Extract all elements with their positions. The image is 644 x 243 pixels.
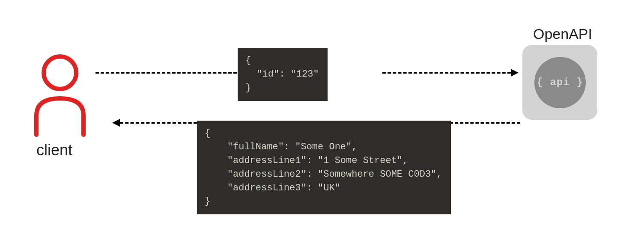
diagram-root: client { "id": "123" } { "fullName": "So… xyxy=(0,0,644,243)
client-icon xyxy=(30,51,90,137)
svg-point-0 xyxy=(44,56,76,89)
request-code-block: { "id": "123" } xyxy=(238,48,328,101)
client-label: client xyxy=(36,141,72,159)
api-badge-text: { api } xyxy=(537,77,583,88)
request-arrow-segment-right xyxy=(382,72,511,74)
response-arrow-segment-right xyxy=(450,122,520,124)
response-arrow-segment-left xyxy=(120,122,197,124)
api-circle-icon: { api } xyxy=(534,57,586,108)
arrowhead-left-icon xyxy=(112,119,120,127)
arrowhead-right-icon xyxy=(511,69,519,77)
api-box: { api } xyxy=(522,45,597,120)
request-arrow-segment-left xyxy=(95,72,237,74)
api-label: OpenAPI xyxy=(533,26,592,42)
response-code-block: { "fullName": "Some One", "addressLine1"… xyxy=(197,121,451,214)
